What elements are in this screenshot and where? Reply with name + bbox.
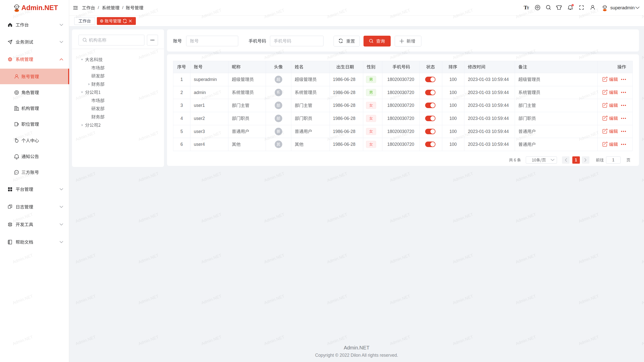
svg-text:T: T — [527, 6, 529, 10]
